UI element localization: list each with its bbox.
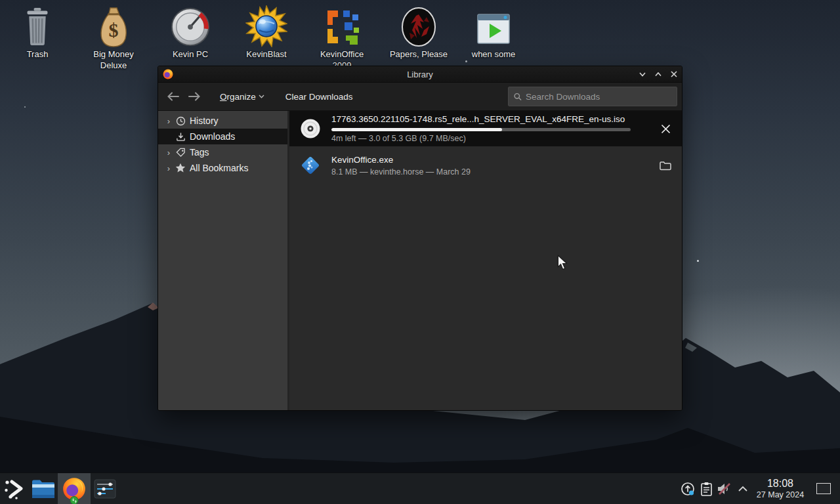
sidebar-item-tags[interactable]: › Tags: [158, 144, 287, 160]
show-desktop-icon: [816, 483, 831, 494]
sidebar-item-all-bookmarks[interactable]: › All Bookmarks: [158, 160, 287, 176]
media-window-icon: [464, 5, 523, 49]
desktop-icon-trash[interactable]: Trash: [8, 5, 67, 60]
clock-date: 27 May 2024: [753, 491, 807, 499]
sidebar-item-downloads[interactable]: Downloads: [158, 129, 287, 144]
app-launcher-button[interactable]: [0, 473, 29, 504]
cancel-download-button[interactable]: [649, 124, 682, 134]
desktop-icon-label: Big Money Deluxe: [84, 49, 143, 71]
chevron-down-icon: [259, 94, 264, 98]
expander-chevron-icon[interactable]: ›: [163, 163, 174, 173]
iso-disc-icon: [289, 118, 331, 139]
desktop-icon-kevinoffice-2009[interactable]: KevinOffice 2009: [312, 5, 371, 71]
desktop-icon-papers-please[interactable]: Papers, Please: [389, 5, 448, 60]
search-downloads-box[interactable]: [508, 87, 677, 106]
wallpaper-star: [697, 260, 699, 262]
sidebar-item-history[interactable]: › History: [158, 113, 287, 129]
papers-please-icon: [389, 5, 448, 49]
clipboard-icon: [700, 482, 713, 496]
download-progress-bar: [331, 128, 631, 131]
download-icon: [174, 132, 187, 142]
update-status-icon: [681, 482, 695, 496]
volume-mixer-icon: [94, 479, 116, 499]
desktop-icon-label: Papers, Please: [389, 49, 448, 60]
digital-clock[interactable]: 18:08 27 May 2024: [752, 478, 808, 499]
library-window: Library Organize Clear Downloads: [158, 66, 682, 411]
desktop-icon-when-some[interactable]: when some: [464, 5, 523, 60]
clipboard-tray-button[interactable]: [697, 473, 715, 504]
back-button[interactable]: [165, 87, 182, 106]
downloads-list: 17763.3650.221105-1748.rs5_rele...h_SERV…: [289, 111, 682, 410]
download-progress-fill: [331, 128, 502, 131]
window-titlebar[interactable]: Library: [158, 66, 682, 83]
clock-icon: [174, 116, 187, 126]
desktop-icon-kevin-pc[interactable]: Kevin PC: [161, 5, 220, 60]
desktop-icon-big-money-deluxe[interactable]: $ Big Money Deluxe: [84, 5, 143, 71]
window-title: Library: [158, 70, 682, 79]
app-launcher-icon: [3, 478, 26, 500]
firefox-task-button[interactable]: [58, 473, 91, 504]
show-desktop-button[interactable]: [812, 473, 835, 504]
volume-mixer-task-button[interactable]: [91, 473, 119, 504]
starburst-globe-icon: [237, 5, 296, 49]
update-status-tray-button[interactable]: [679, 473, 697, 504]
money-bag-icon: $: [84, 5, 143, 49]
download-status: 8.1 MB — kevinthe.horse — March 29: [331, 167, 631, 177]
search-icon: [514, 93, 522, 101]
organize-menu-button[interactable]: Organize: [216, 89, 268, 104]
download-item-iso[interactable]: 17763.3650.221105-1748.rs5_rele...h_SERV…: [289, 111, 682, 146]
star-icon: [174, 163, 187, 173]
download-status: 4m left — 3.0 of 5.3 GB (9.7 MB/sec): [331, 134, 631, 143]
sidebar-item-label: All Bookmarks: [190, 163, 248, 173]
wallpaper-star: [24, 106, 26, 108]
clock-time: 18:08: [753, 478, 807, 489]
cancel-icon: [661, 124, 671, 134]
expand-tray-button[interactable]: [734, 473, 752, 504]
sidebar-item-label: Tags: [190, 147, 209, 158]
tag-icon: [174, 148, 187, 158]
library-toolbar: Organize Clear Downloads: [158, 83, 682, 111]
organize-label: Organize: [220, 92, 256, 102]
library-sidebar: › History Downloads › Tags: [158, 111, 289, 410]
desktop-icon-kevinblast[interactable]: KevinBlast: [237, 5, 296, 60]
sidebar-item-label: Downloads: [190, 131, 235, 142]
open-folder-icon: [660, 161, 671, 171]
desktop-icon-label: KevinBlast: [237, 49, 296, 60]
download-item-kevinoffice[interactable]: KevinOffice.exe 8.1 MB — kevinthe.horse …: [289, 146, 682, 184]
office-logo-icon: [312, 5, 371, 49]
desktop-icon-label: Kevin PC: [161, 49, 220, 60]
file-manager-task-button[interactable]: [29, 473, 58, 504]
wallpaper-star: [465, 60, 467, 62]
expand-tray-chevron-icon: [738, 486, 748, 492]
exe-diamond-icon: [289, 155, 331, 176]
svg-text:$: $: [109, 19, 119, 41]
desktop-icon-label: when some: [464, 49, 523, 60]
search-downloads-input[interactable]: [526, 92, 671, 102]
trash-icon: [8, 5, 67, 49]
download-progress-badge: [70, 496, 79, 504]
expander-chevron-icon[interactable]: ›: [163, 116, 174, 126]
file-manager-icon: [32, 479, 55, 499]
volume-muted-tray-button[interactable]: [715, 473, 734, 504]
volume-muted-icon: [717, 482, 732, 496]
download-filename: KevinOffice.exe: [331, 155, 631, 165]
gauge-icon: [161, 5, 220, 49]
download-filename: 17763.3650.221105-1748.rs5_rele...h_SERV…: [331, 114, 631, 124]
open-containing-folder-button[interactable]: [649, 161, 682, 171]
desktop-icon-label: Trash: [8, 49, 67, 60]
clear-downloads-button[interactable]: Clear Downloads: [280, 89, 358, 104]
forward-button[interactable]: [186, 87, 203, 106]
sidebar-item-label: History: [190, 116, 219, 126]
expander-chevron-icon[interactable]: ›: [163, 148, 174, 158]
taskbar: 18:08 27 May 2024: [0, 472, 840, 504]
